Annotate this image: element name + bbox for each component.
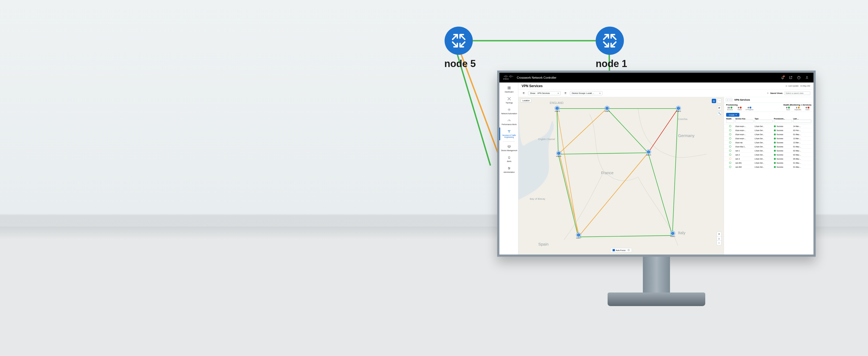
show-select[interactable]: Show: VPN Services bbox=[528, 91, 561, 95]
svg-text:France: France bbox=[601, 171, 614, 175]
zoom-in-button[interactable]: + bbox=[717, 232, 721, 236]
health-status-icon bbox=[729, 133, 731, 136]
topology-icon bbox=[507, 97, 511, 101]
page-title: VPN Services bbox=[522, 84, 542, 88]
user-icon[interactable] bbox=[804, 75, 810, 80]
chevron-down-icon: ▾ bbox=[736, 114, 737, 116]
table-row[interactable]: l2vpn-evpn-...L2vpn-Ser...Success13-Mar-… bbox=[724, 137, 813, 141]
table-filters bbox=[724, 120, 813, 124]
app-screen: ·ı|ı·ı|ı· cisco Crosswork Network Contro… bbox=[499, 73, 813, 255]
router-icon bbox=[671, 231, 675, 236]
router-icon bbox=[577, 233, 581, 237]
table-row[interactable]: l2vpn-mpL2vpn-Ser...Success13-Mar-... bbox=[724, 141, 813, 145]
help-icon[interactable] bbox=[796, 75, 802, 80]
router-icon bbox=[676, 106, 681, 111]
health-status-icon bbox=[729, 166, 731, 168]
bell-icon bbox=[507, 155, 511, 159]
success-icon bbox=[774, 125, 776, 127]
map-target-icon[interactable]: ◎ bbox=[712, 99, 716, 103]
nav-administration[interactable]: Administration bbox=[499, 165, 518, 175]
open-external-icon[interactable] bbox=[788, 75, 794, 80]
table-row[interactable]: l2vpn-tldp-1...L2vpn-Ser...Success01-May… bbox=[724, 145, 813, 149]
success-icon bbox=[774, 162, 776, 164]
panel-collapse-left-icon[interactable]: ‹ bbox=[725, 98, 729, 101]
table-row[interactable]: vpn-602L3vpn-Ser...Success01-May-... bbox=[724, 165, 813, 169]
svg-point-5 bbox=[806, 77, 807, 78]
create-button[interactable]: Create▾ bbox=[726, 113, 739, 117]
svg-rect-19 bbox=[508, 146, 510, 147]
map-top-controls: ◎ ⋯ bbox=[712, 99, 721, 103]
map-refresh-icon[interactable]: ⟳ bbox=[717, 106, 721, 110]
map-node-node-6[interactable]: node-6 bbox=[604, 106, 610, 112]
table-body: l2vpn-evpn-...L2vpn-Ser...Success14-Mar-… bbox=[724, 124, 813, 169]
saved-views-input[interactable] bbox=[784, 91, 810, 95]
filter-icon-2[interactable]: ☰ bbox=[563, 91, 567, 95]
table-row[interactable]: vpn-3L3vpn-Ser...Success06-May-... bbox=[724, 157, 813, 161]
health-status-icon bbox=[729, 145, 731, 148]
zoom-out-button[interactable]: − bbox=[717, 241, 721, 245]
gauge-icon bbox=[507, 118, 511, 123]
table-row[interactable]: vpn-601L3vpn-Ser...Success01-May-... bbox=[724, 161, 813, 165]
svg-line-1 bbox=[461, 54, 499, 156]
device-icon bbox=[507, 144, 511, 149]
nav-performance-alerts[interactable]: Performance Alerts bbox=[499, 117, 518, 127]
health-status-icon bbox=[729, 158, 731, 160]
nav-dashboard[interactable]: Dashboard bbox=[499, 84, 518, 95]
table-row[interactable]: vpn-1L3vpn-Ser...Success02-May-... bbox=[724, 149, 813, 153]
monitor-base bbox=[608, 293, 705, 306]
nav-network-automation[interactable]: Network Automation bbox=[499, 106, 518, 117]
table-row[interactable]: vpn-2L3vpn-Ser...Success02-May-... bbox=[724, 153, 813, 157]
map-node-node-5[interactable]: node-5 bbox=[646, 150, 651, 156]
svg-text:ENGLAND: ENGLAND bbox=[550, 101, 564, 105]
filter-provisioning[interactable] bbox=[774, 120, 792, 123]
map-node-node-7[interactable]: node-7 bbox=[576, 233, 581, 239]
notifications-icon[interactable] bbox=[780, 75, 785, 80]
bookmark-icon: ☆ bbox=[767, 92, 769, 94]
svg-text:Italy: Italy bbox=[678, 231, 686, 235]
map-location-pill[interactable]: Location bbox=[521, 99, 531, 102]
filter-type[interactable] bbox=[755, 120, 773, 123]
clock-icon: ◷ bbox=[785, 85, 787, 87]
filter-health[interactable] bbox=[726, 120, 734, 123]
success-icon bbox=[774, 150, 776, 152]
health-status-icon bbox=[729, 141, 731, 144]
success-icon bbox=[774, 154, 776, 156]
map-settings-icon[interactable]: ⋯ bbox=[717, 99, 721, 103]
panel-expand-right-icon[interactable]: › bbox=[730, 98, 733, 101]
map-node-node-2[interactable]: node-2 bbox=[676, 106, 681, 112]
nav-alerts[interactable]: Alerts bbox=[499, 154, 518, 165]
map-node-node-8[interactable]: node-8 bbox=[556, 151, 561, 157]
nav-topology[interactable]: Topology bbox=[499, 95, 518, 106]
svg-text:Czechia: Czechia bbox=[678, 118, 688, 120]
success-icon bbox=[774, 138, 776, 140]
map-canvas: ENGLAND France Germany Spain Italy Bay o… bbox=[518, 97, 724, 255]
map-node-node-3[interactable]: node-3 bbox=[555, 106, 560, 112]
table-row[interactable]: l2vpn-evpn-...L2vpn-Ser...Success02-Feb-… bbox=[724, 128, 813, 132]
filter-last[interactable] bbox=[793, 120, 811, 123]
svg-rect-6 bbox=[508, 87, 509, 88]
overlay-node-1 bbox=[596, 27, 624, 55]
table-row[interactable]: l2vpn-evpn-...L2vpn-Ser...Success14-Mar-… bbox=[724, 124, 813, 128]
svg-text:Spain: Spain bbox=[538, 242, 549, 246]
map-node-node-1[interactable]: node-1 bbox=[670, 231, 675, 237]
filter-service-key[interactable] bbox=[735, 120, 753, 123]
map-search-icon[interactable]: 🔍 bbox=[717, 111, 721, 116]
zoom-home-button[interactable]: ⌂ bbox=[717, 236, 721, 241]
router-icon bbox=[646, 150, 651, 154]
router-icon bbox=[555, 106, 559, 111]
success-icon bbox=[774, 146, 776, 148]
table-row[interactable]: l2vpn-evpn-...L2vpn-Ser...Success01-May-… bbox=[724, 132, 813, 137]
topology-map[interactable]: ENGLAND France Germany Spain Italy Bay o… bbox=[518, 97, 724, 255]
services-icon bbox=[507, 129, 511, 134]
nav-services-traffic-engineering[interactable]: Services & Traffic Engineering bbox=[499, 127, 518, 140]
filter-icon[interactable]: ☰ bbox=[522, 91, 525, 95]
dashboard-icon bbox=[507, 86, 511, 90]
map-autofocus-toggle[interactable]: Auto-Focus ⓘ bbox=[610, 248, 632, 253]
device-groups-select[interactable]: Device Groups: Locati ... bbox=[570, 91, 602, 95]
health-status-icon bbox=[729, 129, 731, 131]
toolbar: ☰ Show: VPN Services ☰ Device Groups: Lo… bbox=[518, 90, 813, 97]
saved-views: ☆ Saved Views bbox=[767, 91, 810, 95]
overlay-node-5-label: node 5 bbox=[444, 58, 476, 69]
checkbox-icon bbox=[613, 249, 615, 251]
nav-device-management[interactable]: Device Management bbox=[499, 143, 518, 154]
